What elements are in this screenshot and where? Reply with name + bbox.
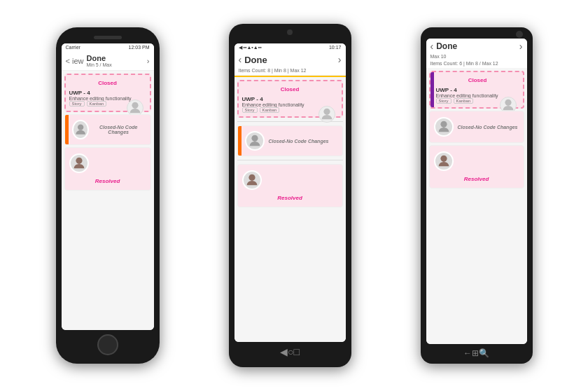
- iphone-card-resolved: Resolved: [64, 147, 151, 191]
- windows-no-code-row: Closed-No Code Changes: [433, 116, 521, 138]
- android-resolved-label: Resolved: [241, 193, 340, 203]
- android-card-no-code: Closed-No Code Changes: [237, 125, 343, 156]
- iphone-forward-btn[interactable]: ›: [147, 57, 150, 65]
- iphone-screen: Carrier 12:03 PM < iew Done Min 5 / Max …: [62, 43, 154, 330]
- android-tag-kanban: Kanban: [260, 107, 280, 113]
- android-task-id: UWP - 4: [242, 96, 338, 102]
- windows-bottom-bar: ← ⊞ 🔍: [458, 348, 495, 358]
- iphone-card-no-code: Closed-No Code Changes: [64, 114, 151, 145]
- android-resolved-row: [241, 169, 340, 191]
- iphone-status-bar: Carrier 12:03 PM: [62, 43, 154, 51]
- windows-items-count: Items Count: 6 | Min 8 / Max 12: [430, 61, 498, 66]
- android-forward-btn[interactable]: ›: [338, 54, 342, 65]
- android-back-hw-btn[interactable]: ◀: [280, 346, 288, 357]
- android-status-left: ◀ ▪▪▲▪▲▪▪: [239, 45, 262, 50]
- iphone-nav-title: Done: [87, 54, 144, 62]
- carrier-text: Carrier: [66, 45, 80, 50]
- android-nav-title: Done: [244, 55, 267, 65]
- iphone-no-code-row: Closed-No Code Changes: [71, 118, 147, 141]
- svg-point-6: [505, 100, 511, 106]
- iphone-avatar-2: [72, 120, 89, 139]
- iphone-no-code-label: Closed-No Code Changes: [92, 123, 146, 136]
- android-closed-label: Closed: [242, 85, 338, 94]
- android-time: 10:17: [329, 45, 342, 50]
- iphone-avatar-3: [69, 153, 89, 173]
- windows-no-code-label: Closed-No Code Changes: [456, 123, 519, 131]
- iphone-home-button[interactable]: [97, 334, 118, 355]
- svg-point-2: [76, 158, 82, 164]
- android-nav-bar: ‹ Done › Items Count: 8 | Min 8 | Max 12: [234, 52, 346, 76]
- windows-content: Closed UWP - 4 Enhance editing functiona…: [426, 68, 527, 344]
- svg-point-5: [248, 174, 255, 181]
- iphone-nav-subtitle: Min 5 / Max: [87, 62, 144, 67]
- android-status-bar: ◀ ▪▪▲▪▲▪▪ 10:17: [234, 43, 346, 52]
- svg-point-4: [251, 135, 258, 142]
- main-scene: Carrier 12:03 PM < iew Done Min 5 / Max …: [0, 0, 588, 391]
- windows-nav-title: Done: [436, 41, 457, 51]
- windows-search-hw-btn[interactable]: 🔍: [479, 348, 489, 358]
- phone-android: ◀ ▪▪▲▪▲▪▪ 10:17 ‹ Done › Items Count: 8 …: [229, 24, 351, 367]
- windows-tag-kanban: Kanban: [454, 98, 474, 104]
- windows-card-resolved: Resolved: [429, 145, 524, 188]
- windows-subtitle: Max 10: [430, 54, 447, 59]
- windows-task-id: UWP - 4: [436, 87, 519, 93]
- android-back-btn[interactable]: ‹: [239, 54, 242, 65]
- android-recent-hw-btn[interactable]: □: [294, 346, 300, 357]
- iphone-content: Closed UWP - 4 Enhance editing functiona…: [62, 71, 154, 330]
- android-camera: [287, 29, 293, 35]
- android-card-closed: Closed UWP - 4 Enhance editing functiona…: [237, 80, 343, 118]
- windows-resolved-row: [433, 150, 521, 172]
- windows-tag-story: Story: [436, 98, 451, 104]
- android-avatar-1: [318, 106, 335, 123]
- iphone-card-closed: Closed UWP - 4 Enhance editing functiona…: [64, 74, 151, 112]
- android-avatar-3: [242, 170, 262, 190]
- windows-back-btn[interactable]: ‹: [430, 41, 434, 52]
- windows-avatar-2: [434, 117, 454, 137]
- iphone-top-bar: [94, 36, 122, 39]
- iphone-closed-label: Closed: [69, 78, 146, 88]
- svg-point-3: [323, 109, 330, 115]
- iphone-speaker: [94, 36, 122, 39]
- iphone-task-id: UWP - 4: [69, 90, 146, 96]
- windows-card-no-code: Closed-No Code Changes: [429, 111, 524, 143]
- android-no-code-label: Closed-No Code Changes: [267, 137, 330, 145]
- tag-story: Story: [69, 101, 85, 107]
- windows-avatar-3: [434, 151, 454, 171]
- phone-windows: ‹ Done › Max 10 Items Count: 6 | Min 8 /…: [421, 27, 533, 364]
- svg-point-0: [132, 102, 138, 109]
- android-top: [229, 29, 351, 35]
- tag-kanban: Kanban: [87, 101, 107, 107]
- iphone-resolved-row: [68, 152, 148, 174]
- iphone-time: 12:03 PM: [129, 45, 150, 50]
- windows-nav-bar: ‹ Done › Max 10 Items Count: 6 | Min 8 /…: [426, 39, 527, 68]
- android-items-count: Items Count: 8 | Min 8 | Max 12: [239, 68, 307, 73]
- phone-iphone: Carrier 12:03 PM < iew Done Min 5 / Max …: [56, 27, 160, 364]
- iphone-resolved-label: Resolved: [68, 177, 148, 186]
- android-divider-2: [237, 160, 343, 160]
- svg-point-1: [77, 124, 83, 130]
- iphone-back-btn[interactable]: < iew: [66, 57, 84, 65]
- windows-forward-btn[interactable]: ›: [519, 41, 523, 52]
- android-tag-story: Story: [242, 107, 258, 113]
- svg-point-7: [440, 121, 447, 128]
- android-card-resolved: Resolved: [237, 164, 343, 207]
- windows-home-hw-btn[interactable]: ⊞: [472, 348, 479, 358]
- windows-card-closed: Closed UWP - 4 Enhance editing functiona…: [429, 71, 524, 109]
- windows-screen: ‹ Done › Max 10 Items Count: 6 | Min 8 /…: [426, 39, 527, 344]
- svg-point-8: [440, 156, 447, 162]
- iphone-nav-bar: < iew Done Min 5 / Max ›: [62, 51, 154, 71]
- android-home-hw-btn[interactable]: ○: [288, 346, 293, 357]
- android-avatar-2: [245, 131, 265, 151]
- android-content: Closed UWP - 4 Enhance editing functiona…: [234, 77, 346, 342]
- android-screen: ◀ ▪▪▲▪▲▪▪ 10:17 ‹ Done › Items Count: 8 …: [234, 43, 346, 342]
- windows-resolved-label: Resolved: [433, 174, 521, 184]
- windows-back-hw-btn[interactable]: ←: [463, 348, 472, 358]
- windows-closed-label: Closed: [436, 76, 519, 85]
- windows-camera: [516, 31, 523, 38]
- android-bottom-bar: ◀ ○ □: [273, 346, 307, 357]
- android-no-code-row: Closed-No Code Changes: [244, 130, 339, 152]
